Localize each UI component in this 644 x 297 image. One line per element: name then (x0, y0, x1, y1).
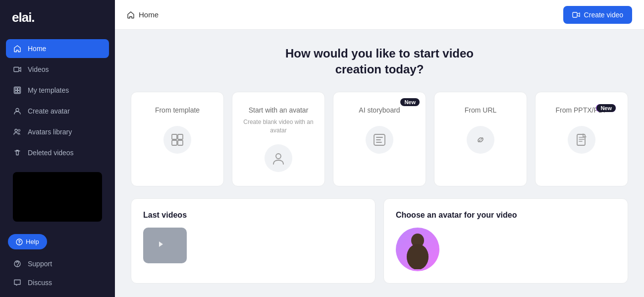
svg-point-6 (16, 109, 19, 112)
sidebar-item-deleted-videos[interactable]: Deleted videos (6, 143, 109, 162)
svg-point-8 (18, 129, 20, 131)
sidebar-item-videos-label: Videos (28, 65, 49, 73)
sidebar-item-home-label: Home (28, 45, 46, 53)
sidebar-item-discuss[interactable]: Discuss (6, 274, 109, 291)
videos-icon (13, 65, 22, 74)
card-ai-storyboard[interactable]: New AI storyboard (333, 92, 426, 187)
svg-rect-0 (14, 67, 19, 72)
choose-avatar-title: Choose an avatar for your video (396, 211, 616, 220)
video-placeholder (143, 228, 187, 263)
svg-rect-2 (15, 88, 17, 90)
sidebar-item-deleted-label: Deleted videos (28, 149, 74, 157)
sidebar-thumbnail (13, 172, 102, 222)
svg-rect-3 (18, 88, 20, 90)
create-video-button[interactable]: Create video (563, 6, 632, 24)
home-icon (13, 44, 22, 53)
main-content: Home Create video How would you like to … (115, 0, 644, 297)
from-template-title: From template (155, 106, 200, 114)
card-start-with-avatar[interactable]: Start with an avatar Create blank video … (232, 92, 325, 187)
svg-rect-14 (172, 134, 177, 139)
support-label: Support (28, 260, 52, 268)
storyboard-card-icon (366, 126, 393, 154)
help-circle-icon (16, 238, 23, 245)
app-logo: elai. (0, 0, 115, 35)
header: Home Create video (115, 0, 644, 30)
url-card-icon (467, 126, 494, 154)
new-badge-pptx: New (596, 104, 616, 112)
sidebar-item-videos[interactable]: Videos (6, 60, 109, 79)
sidebar-nav: Home Videos My templates (0, 35, 115, 166)
svg-rect-4 (15, 91, 17, 93)
svg-point-12 (17, 266, 17, 266)
svg-point-18 (276, 154, 281, 159)
breadcrumb-label: Home (139, 10, 159, 19)
avatar-preview (396, 228, 439, 271)
create-video-icon (572, 11, 580, 19)
template-card-icon (163, 126, 191, 154)
creation-cards: From template Start with an avatar Creat… (131, 92, 628, 187)
pptx-card-icon (568, 126, 595, 154)
card-from-pptx-pdf[interactable]: Beta New From PPTX/PDF (535, 92, 628, 187)
svg-point-24 (407, 244, 429, 269)
svg-rect-16 (172, 140, 177, 145)
support-icon (13, 259, 22, 268)
svg-rect-13 (573, 12, 577, 17)
last-videos-title: Last videos (143, 211, 363, 220)
new-badge: New (400, 98, 420, 106)
sidebar-item-my-templates[interactable]: My templates (6, 81, 109, 100)
sidebar-item-home[interactable]: Home (6, 39, 109, 58)
sidebar: elai. Home Videos (0, 0, 115, 297)
sidebar-item-avatars-library[interactable]: Avatars library (6, 122, 109, 141)
sidebar-item-support[interactable]: Support (6, 255, 109, 272)
avatar-card-title: Start with an avatar (249, 106, 309, 114)
discuss-label: Discuss (28, 279, 52, 287)
svg-point-10 (19, 243, 19, 244)
help-label: Help (26, 238, 39, 245)
content-area: How would you like to start video creati… (115, 30, 644, 297)
creation-title: How would you like to start video creati… (131, 46, 628, 78)
sidebar-item-avatars-label: Avatars library (28, 128, 72, 136)
bottom-panels: Last videos Choose an avatar for your vi… (115, 198, 644, 296)
create-avatar-icon (13, 107, 22, 116)
svg-rect-17 (178, 140, 183, 145)
creation-section: How would you like to start video creati… (115, 30, 644, 198)
choose-avatar-panel: Choose an avatar for your video (383, 198, 628, 284)
svg-rect-5 (18, 91, 20, 93)
help-button[interactable]: Help (8, 234, 47, 249)
avatars-library-icon (13, 127, 22, 136)
sidebar-bottom: Help Support Discuss (0, 228, 115, 297)
create-video-label: Create video (584, 11, 623, 19)
home-breadcrumb-icon (127, 11, 135, 19)
last-videos-panel: Last videos (131, 198, 376, 284)
svg-rect-15 (178, 134, 183, 139)
url-card-title: From URL (465, 106, 497, 114)
svg-rect-20 (577, 134, 585, 145)
sidebar-item-create-avatar-label: Create avatar (28, 107, 70, 115)
avatar-card-subtitle: Create blank video with an avatar (242, 118, 315, 135)
avatar-card-icon (265, 144, 292, 172)
sidebar-item-create-avatar[interactable]: Create avatar (6, 102, 109, 120)
card-from-template[interactable]: From template (131, 92, 224, 187)
sidebar-bottom-items: Support Discuss (6, 255, 109, 291)
breadcrumb: Home (127, 10, 159, 19)
discuss-icon (13, 278, 22, 287)
storyboard-card-title: AI storyboard (359, 106, 400, 114)
svg-point-7 (15, 129, 17, 132)
trash-icon (13, 148, 22, 157)
sidebar-item-templates-label: My templates (28, 86, 69, 94)
templates-icon (13, 86, 22, 95)
card-from-url[interactable]: From URL (434, 92, 527, 187)
